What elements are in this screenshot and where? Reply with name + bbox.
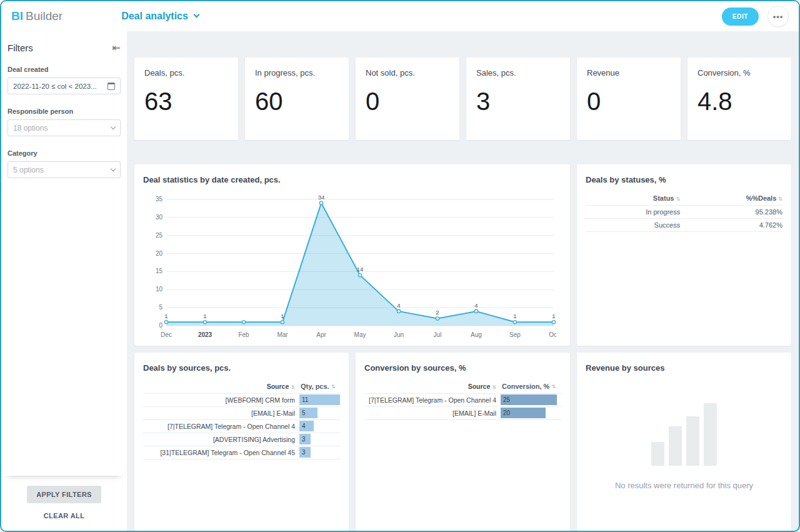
- filter-deal-created: Deal created 2022-11-20 ≤ col < 2023...: [8, 66, 121, 94]
- source-cell: [7|TELEGRAM] Telegram - Open Channel 4: [364, 396, 501, 404]
- kpi-value: 63: [144, 88, 228, 116]
- table-row: [EMAIL] E-Mail5: [143, 407, 340, 420]
- table-header: Source⇅Qty, pcs.⇅: [143, 380, 340, 394]
- deal-created-date-input[interactable]: 2022-11-20 ≤ col < 2023...: [8, 78, 121, 94]
- deals-by-statuses-table: Status⇅%%Deals⇅In progress95.238%Success…: [586, 192, 782, 232]
- column-header-value[interactable]: %%Deals⇅: [680, 194, 782, 202]
- table-row: [ADVERTISING] Advertising3: [143, 433, 340, 446]
- dashboard-main: Deals, pcs. 63 In progress, pcs. 60 Not …: [127, 31, 799, 531]
- table-row: [7|TELEGRAM] Telegram - Open Channel 44: [143, 420, 340, 433]
- svg-text:35: 35: [156, 196, 163, 203]
- filter-label: Responsible person: [8, 108, 121, 115]
- sort-icon[interactable]: ⇅: [331, 384, 336, 389]
- bi-builder-window: BI Builder Deal analytics EDIT ••• Filte…: [0, 0, 800, 532]
- svg-text:20: 20: [156, 249, 163, 256]
- filters-sidebar: Filters ⇤ Deal created 2022-11-20 ≤ col …: [1, 31, 127, 531]
- responsible-person-select[interactable]: 18 options: [8, 119, 121, 136]
- ellipsis-icon: •••: [773, 13, 784, 21]
- kpi-label: Sales, pcs.: [476, 68, 560, 78]
- svg-text:4: 4: [474, 302, 478, 309]
- bar-cell: 25: [501, 394, 561, 405]
- table-row: [WEBFORM] CRM form11: [143, 394, 340, 407]
- source-cell: [EMAIL] E-Mail: [143, 409, 299, 417]
- source-cell: [EMAIL] E-Mail: [364, 409, 501, 417]
- filters-header: Filters ⇤: [8, 40, 121, 53]
- status-cell: Success: [586, 221, 680, 229]
- svg-text:1: 1: [281, 313, 284, 319]
- card-title: Conversion by sources, %: [356, 353, 570, 373]
- svg-text:4: 4: [397, 302, 400, 309]
- kpi-card-not-sold: Not sold, pcs. 0: [356, 58, 459, 140]
- page-title: Deal analytics: [121, 11, 188, 22]
- table-row: [EMAIL] E-Mail20: [364, 407, 561, 420]
- clear-all-button[interactable]: CLEAR ALL: [41, 509, 88, 522]
- date-range-value: 2022-11-20 ≤ col < 2023...: [13, 83, 97, 90]
- sort-icon[interactable]: ⇅: [778, 196, 782, 202]
- column-header-value[interactable]: Qty, pcs.⇅: [299, 383, 340, 390]
- sort-icon[interactable]: ⇅: [551, 384, 556, 389]
- kpi-card-deals: Deals, pcs. 63: [134, 58, 238, 140]
- line-chart-svg: 05101520253035111341442411Dec2023FebMarA…: [141, 191, 556, 342]
- source-cell: [31|TELEGRAM] Telegram - Open Channel 45: [143, 449, 299, 456]
- column-header-status[interactable]: Status⇅: [586, 194, 680, 202]
- svg-text:34: 34: [318, 194, 325, 201]
- bottom-row: Deals by sources, pcs. Source⇅Qty, pcs.⇅…: [134, 353, 791, 531]
- svg-text:2023: 2023: [198, 331, 212, 338]
- value-bar: 3: [299, 434, 311, 444]
- placeholder-bar: [669, 426, 682, 466]
- calendar-icon: [108, 83, 115, 90]
- value-bar: 11: [299, 394, 340, 405]
- dashboard-selector[interactable]: Deal analytics: [121, 11, 199, 22]
- kpi-value: 0: [366, 88, 449, 116]
- svg-text:5: 5: [159, 304, 162, 311]
- app-logo: BI Builder: [11, 9, 62, 23]
- bar-cell: 5: [299, 408, 340, 418]
- svg-text:15: 15: [156, 268, 163, 274]
- kpi-label: In progress, pcs.: [255, 68, 339, 78]
- value-bar: 20: [501, 408, 546, 418]
- svg-text:25: 25: [156, 232, 163, 239]
- logo-builder: Builder: [26, 9, 62, 23]
- top-bar: BI Builder Deal analytics EDIT •••: [1, 1, 799, 31]
- sort-icon[interactable]: ⇅: [492, 384, 496, 390]
- status-cell: In progress: [586, 208, 680, 216]
- kpi-card-conversion: Conversion, % 4.8: [688, 58, 791, 140]
- table-row: In progress95.238%: [586, 206, 782, 219]
- value-cell: 4.762%: [680, 221, 782, 229]
- more-options-button[interactable]: •••: [768, 6, 789, 27]
- kpi-label: Deals, pcs.: [144, 68, 228, 78]
- sort-icon[interactable]: ⇅: [291, 384, 295, 390]
- bar-cell: 3: [299, 434, 340, 444]
- kpi-row: Deals, pcs. 63 In progress, pcs. 60 Not …: [134, 58, 791, 140]
- svg-text:1: 1: [513, 313, 516, 319]
- kpi-card-revenue: Revenue 0: [577, 58, 681, 140]
- column-header-source[interactable]: Source⇅: [364, 383, 501, 390]
- edit-button[interactable]: EDIT: [722, 8, 759, 26]
- deal-statistics-line-chart: 05101520253035111341442411Dec2023FebMarA…: [141, 191, 556, 342]
- svg-text:1: 1: [552, 313, 555, 319]
- table-row: [7|TELEGRAM] Telegram - Open Channel 425: [364, 394, 561, 407]
- svg-text:2: 2: [436, 309, 439, 316]
- sort-icon[interactable]: ⇅: [676, 196, 680, 202]
- svg-text:Oct: Oct: [549, 331, 556, 338]
- collapse-sidebar-icon[interactable]: ⇤: [112, 43, 121, 53]
- svg-text:14: 14: [357, 266, 364, 273]
- column-header-source[interactable]: Source⇅: [143, 383, 299, 390]
- value-cell: 95.238%: [680, 208, 782, 216]
- category-select[interactable]: 5 options: [8, 161, 121, 178]
- content-area: Filters ⇤ Deal created 2022-11-20 ≤ col …: [1, 31, 799, 531]
- empty-query-message: No results were returned for this query: [615, 481, 753, 490]
- kpi-label: Conversion, %: [698, 68, 781, 78]
- card-title: Deal statistics by date created, pcs.: [134, 164, 570, 184]
- bar-cell: 20: [501, 408, 561, 418]
- source-cell: [WEBFORM] CRM form: [143, 396, 299, 404]
- select-value: 18 options: [13, 124, 48, 133]
- column-header-value[interactable]: Conversion, %⇅: [501, 383, 561, 390]
- filter-responsible-person: Responsible person 18 options: [8, 108, 121, 136]
- apply-filters-button[interactable]: APPLY FILTERS: [27, 486, 101, 503]
- table-header: Source⇅Conversion, %⇅: [364, 380, 561, 394]
- filter-category: Category 5 options: [8, 149, 121, 178]
- svg-text:Sep: Sep: [509, 331, 521, 338]
- source-cell: [7|TELEGRAM] Telegram - Open Channel 4: [143, 423, 299, 430]
- card-title: Deals by sources, pcs.: [134, 353, 349, 373]
